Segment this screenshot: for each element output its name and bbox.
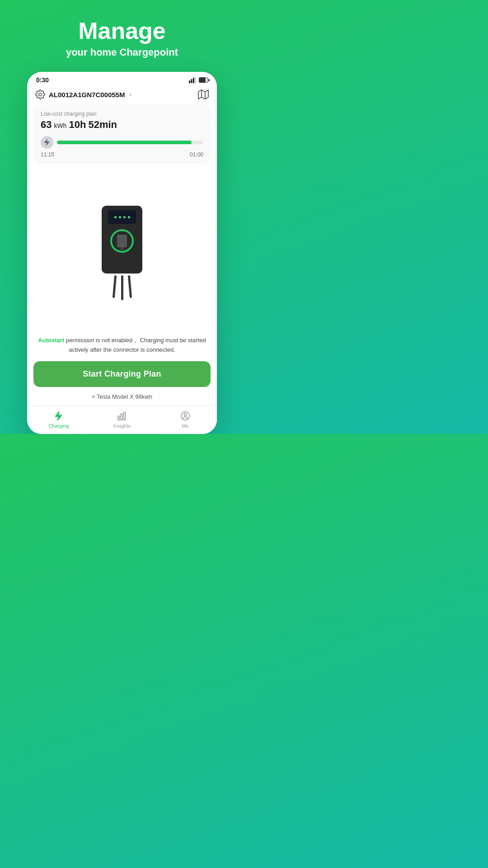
svg-rect-1: [191, 79, 192, 83]
progress-bar: [57, 141, 203, 144]
tab-charging[interactable]: Charging: [27, 406, 90, 434]
plan-kwh-unit: kWh: [54, 122, 67, 129]
charging-tab-label: Charging: [49, 423, 69, 429]
insights-tab-label: Insights: [113, 423, 131, 429]
autostart-text: Autostart permission is not enabled， Cha…: [27, 336, 217, 361]
add-vehicle-label[interactable]: + Tesla Model X 98kwh: [92, 393, 152, 400]
insights-icon: [117, 410, 127, 421]
gear-icon[interactable]: [35, 90, 45, 99]
svg-marker-5: [198, 90, 208, 99]
signal-icon: [189, 77, 196, 83]
plan-label: Low-cost charging plan: [41, 111, 203, 117]
device-left: AL0012A1GN7C00055M ›: [35, 90, 131, 99]
svg-rect-3: [195, 77, 197, 83]
plan-hours: 10h: [69, 119, 86, 130]
charger-image-area: [27, 164, 217, 336]
status-icons: [189, 77, 208, 83]
header-subtitle: your home Chargepoint: [9, 47, 235, 58]
device-name: AL0012A1GN7C00055M: [49, 91, 125, 99]
svg-rect-8: [118, 416, 120, 420]
bottom-nav: Charging Insights Me: [27, 406, 217, 434]
tab-me[interactable]: Me: [154, 406, 217, 434]
device-header: AL0012A1GN7C00055M ›: [27, 86, 217, 104]
bolt-icon: [44, 139, 50, 146]
tab-insights[interactable]: Insights: [90, 406, 154, 434]
svg-rect-2: [193, 78, 194, 83]
time-end: 01:00: [190, 151, 203, 158]
chevron-icon: ›: [129, 91, 131, 98]
svg-rect-10: [124, 412, 126, 420]
plan-minutes: 52min: [88, 119, 117, 130]
status-bar: 0:30: [27, 72, 217, 86]
me-tab-label: Me: [182, 423, 188, 429]
svg-rect-9: [121, 414, 122, 420]
map-icon[interactable]: [198, 89, 209, 100]
svg-point-4: [39, 93, 42, 96]
plan-stats: 63 kWh 10h 52min: [41, 119, 203, 131]
svg-point-12: [184, 414, 187, 416]
autostart-link[interactable]: Autostart: [38, 337, 64, 344]
time-display: 0:30: [36, 76, 49, 84]
svg-rect-0: [189, 80, 190, 83]
charging-plan-card: Low-cost charging plan 63 kWh 10h 52min …: [33, 104, 211, 164]
charging-icon: [53, 410, 64, 421]
progress-bar-fill: [57, 141, 192, 144]
start-charging-button[interactable]: Start Charging Plan: [33, 361, 211, 387]
battery-icon: [199, 77, 208, 83]
vehicle-row: + Tesla Model X 98kwh: [27, 392, 217, 406]
app-header: Manage your home Chargepoint: [0, 0, 244, 67]
phone-card: 0:30 AL0012A1GN7C00055M ›: [27, 72, 217, 434]
autostart-description: permission is not enabled， Charging must…: [64, 337, 206, 353]
header-title: Manage: [9, 18, 235, 44]
me-icon: [180, 410, 191, 421]
bolt-circle: [41, 136, 53, 149]
time-start: 11:15: [41, 151, 54, 158]
charger-illustration: [95, 206, 149, 296]
plan-kwh: 63: [41, 119, 52, 130]
time-labels: 11:15 01:00: [41, 151, 203, 158]
progress-row: [41, 136, 203, 149]
